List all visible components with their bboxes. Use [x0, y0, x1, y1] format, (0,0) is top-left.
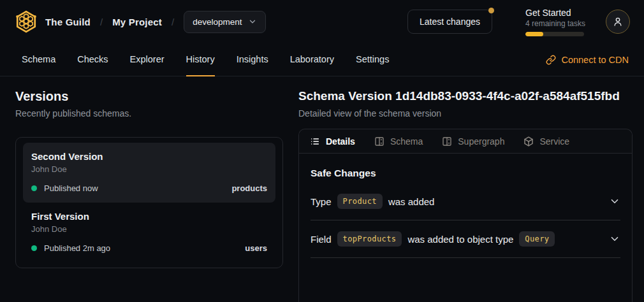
target-selector[interactable]: development — [184, 11, 266, 33]
project-nav: Schema Checks Explorer History Insights … — [0, 43, 644, 76]
chevron-down-icon[interactable] — [609, 196, 620, 207]
connect-to-cdn-link[interactable]: Connect to CDN — [546, 43, 629, 76]
chevron-down-icon — [248, 17, 257, 26]
change-code: Product — [337, 194, 383, 209]
version-list-item[interactable]: Second Version John Doe Published now pr… — [23, 143, 275, 203]
versions-title: Versions — [15, 89, 283, 104]
schema-version-subtitle: Detailed view of the schema version — [298, 108, 633, 119]
schema-version-panel: Schema Version 1d14db83-0933-4f4c-a02f-a… — [298, 89, 633, 302]
tab-schema[interactable]: Schema — [22, 43, 55, 76]
versions-panel: Versions Recently published schemas. Sec… — [15, 89, 283, 302]
latest-changes-label: Latest changes — [420, 17, 480, 27]
get-started-title: Get Started — [525, 8, 589, 18]
latest-changes-button[interactable]: Latest changes — [407, 10, 492, 34]
tab-settings[interactable]: Settings — [356, 43, 389, 76]
safe-changes-heading: Safe Changes — [311, 168, 620, 179]
detail-content: Safe Changes Type Product was added Fiel… — [299, 154, 632, 271]
columns-icon — [374, 136, 384, 147]
get-started-progress-track — [525, 32, 584, 36]
version-status: Published 2m ago — [44, 243, 110, 253]
change-suffix: was added — [388, 196, 435, 207]
app-header: The Guild / My Project / development Lat… — [0, 0, 644, 43]
list-icon — [310, 136, 320, 147]
main-content: Versions Recently published schemas. Sec… — [0, 76, 644, 302]
versions-subtitle: Recently published schemas. — [15, 108, 283, 119]
get-started-widget[interactable]: Get Started 4 remaining tasks — [525, 8, 589, 36]
tab-history[interactable]: History — [186, 43, 215, 76]
version-name: First Version — [31, 211, 267, 222]
tab-details[interactable]: Details — [310, 136, 355, 147]
versions-list: Second Version John Doe Published now pr… — [15, 137, 283, 268]
breadcrumb: The Guild / My Project / development — [14, 10, 266, 34]
user-avatar[interactable] — [606, 10, 630, 34]
tab-service[interactable]: Service — [523, 136, 569, 147]
notification-dot — [488, 8, 494, 13]
columns-icon — [442, 136, 452, 147]
get-started-subtitle: 4 remaining tasks — [525, 19, 589, 28]
tab-laboratory[interactable]: Laboratory — [290, 43, 334, 76]
tab-checks[interactable]: Checks — [77, 43, 108, 76]
project-name[interactable]: My Project — [112, 17, 162, 27]
get-started-progress-fill — [525, 32, 543, 36]
chevron-down-icon[interactable] — [609, 233, 620, 245]
connect-to-cdn-label: Connect to CDN — [561, 55, 629, 65]
published-status-icon — [31, 185, 37, 191]
cube-icon — [523, 136, 534, 147]
breadcrumb-separator: / — [100, 17, 103, 27]
published-status-icon — [31, 245, 37, 251]
tab-supergraph[interactable]: Supergraph — [442, 136, 504, 147]
schema-version-detail-card: Details Schema Supergraph Service Safe C… — [298, 129, 633, 302]
version-status: Published now — [44, 183, 98, 193]
version-list-item[interactable]: First Version John Doe Published 2m ago … — [23, 203, 275, 262]
detail-tab-bar: Details Schema Supergraph Service — [299, 129, 632, 154]
version-author: John Doe — [31, 164, 267, 174]
version-service: products — [231, 183, 267, 193]
version-author: John Doe — [31, 224, 267, 234]
version-service: users — [245, 243, 267, 253]
change-row[interactable]: Field topProducts was added to object ty… — [311, 220, 620, 258]
change-suffix: was added to object type — [407, 234, 513, 245]
change-code: Query — [519, 231, 555, 247]
link-icon — [546, 55, 556, 65]
change-code: topProducts — [337, 231, 402, 247]
target-selector-value: development — [193, 17, 242, 27]
change-prefix: Field — [311, 234, 332, 245]
breadcrumb-separator: / — [172, 17, 174, 27]
header-right: Latest changes Get Started 4 remaining t… — [407, 8, 630, 36]
guild-logo-icon[interactable] — [14, 10, 38, 34]
schema-version-title: Schema Version 1d14db83-0933-4f4c-a02f-a… — [298, 89, 633, 103]
tab-schema-view[interactable]: Schema — [374, 136, 423, 147]
version-name: Second Version — [31, 151, 267, 162]
change-row[interactable]: Type Product was added — [311, 183, 620, 220]
change-prefix: Type — [311, 196, 332, 207]
person-icon — [612, 16, 624, 27]
tab-explorer[interactable]: Explorer — [130, 43, 165, 76]
org-name[interactable]: The Guild — [45, 17, 91, 27]
tab-insights[interactable]: Insights — [237, 43, 268, 76]
